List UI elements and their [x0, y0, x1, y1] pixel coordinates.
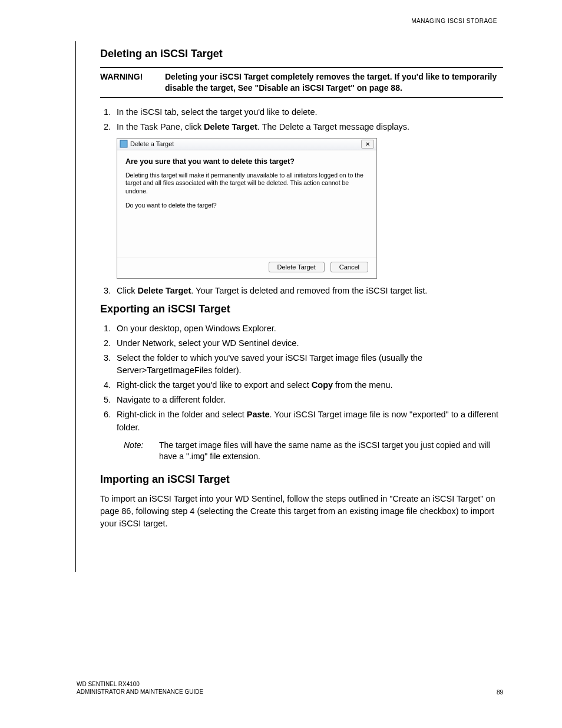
importing-paragraph: To import an iSCSI Target into your WD S…	[100, 493, 503, 530]
svg-rect-0	[120, 140, 127, 147]
note-text: The target image files will have the sam…	[159, 440, 503, 463]
list-item: In the Task Pane, click Delete Target. T…	[113, 121, 503, 133]
warning-callout: WARNING! Deleting your iSCSI Target comp…	[100, 67, 503, 98]
list-item: Right-click in the folder and select Pas…	[113, 409, 503, 433]
dialog-title: Delete a Target	[130, 140, 174, 147]
page-number: 89	[497, 689, 503, 696]
deleting-steps-cont: Click Delete Target. Your Target is dele…	[100, 285, 503, 297]
footer-guide: ADMINISTRATOR AND MAINTENANCE GUIDE	[77, 688, 203, 696]
list-item: On your desktop, open Windows Explorer.	[113, 322, 503, 335]
running-header: MANAGING ISCSI STORAGE	[77, 18, 497, 24]
deleting-steps: In the iSCSI tab, select the target you'…	[100, 106, 503, 133]
heading-importing: Importing an iSCSI Target	[100, 473, 503, 486]
dialog-titlebar: Delete a Target ✕	[117, 139, 376, 150]
footer-product: WD SENTINEL RX4100	[77, 680, 203, 688]
heading-exporting: Exporting an iSCSI Target	[100, 303, 503, 315]
note-label: Note:	[124, 440, 159, 463]
list-item: In the iSCSI tab, select the target you'…	[113, 106, 503, 118]
dialog-heading: Are you sure that you want to delete thi…	[125, 157, 368, 166]
delete-target-dialog: Delete a Target ✕ Are you sure that you …	[117, 138, 377, 279]
note-callout: Note: The target image files will have t…	[124, 440, 503, 463]
list-item: Right-click the target you'd like to exp…	[113, 379, 503, 391]
dialog-app-icon	[120, 140, 128, 148]
warning-text: Deleting your iSCSI Target completely re…	[165, 71, 503, 94]
warning-label: WARNING!	[100, 71, 165, 94]
list-item: Under Network, select your WD Sentinel d…	[113, 337, 503, 350]
list-item: Navigate to a different folder.	[113, 394, 503, 406]
close-icon[interactable]: ✕	[361, 140, 374, 149]
list-item: Click Delete Target. Your Target is dele…	[113, 285, 503, 297]
vertical-rule	[75, 41, 76, 572]
dialog-body-text: Deleting this target will make it perman…	[125, 172, 368, 196]
list-item: Select the folder to which you've saved …	[113, 352, 503, 377]
dialog-confirm-text: Do you want to delete the target?	[125, 202, 368, 210]
delete-target-button[interactable]: Delete Target	[269, 262, 325, 272]
heading-deleting: Deleting an iSCSI Target	[100, 48, 503, 60]
page-footer: WD SENTINEL RX4100 ADMINISTRATOR AND MAI…	[77, 680, 503, 696]
exporting-steps: On your desktop, open Windows Explorer. …	[100, 322, 503, 433]
cancel-button[interactable]: Cancel	[330, 262, 368, 272]
